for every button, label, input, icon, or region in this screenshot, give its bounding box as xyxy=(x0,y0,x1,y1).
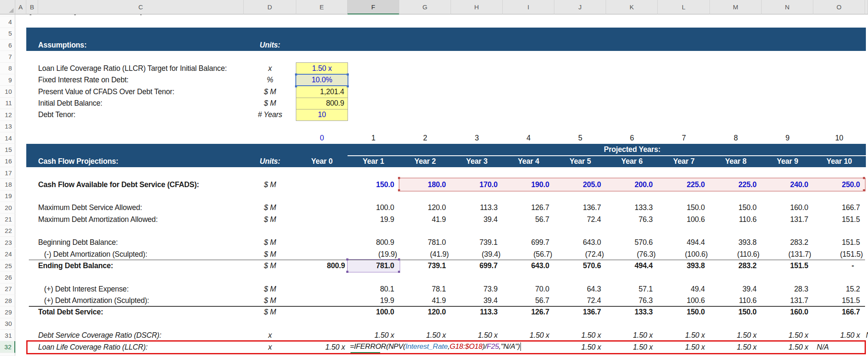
line-unit-row27[interactable]: $ M xyxy=(244,283,296,295)
row-header-12[interactable]: 12 xyxy=(0,109,15,121)
period-number-9[interactable]: 9 xyxy=(762,132,813,144)
row-header-14[interactable]: 14 xyxy=(0,132,15,144)
year-header-5[interactable]: Year 5 xyxy=(554,156,606,167)
line-label-row18[interactable]: Cash Flow Available for Debt Service (CF… xyxy=(38,179,242,190)
value-H29[interactable]: 113.3 xyxy=(451,306,503,318)
assumption-value-row12[interactable]: 10 xyxy=(296,109,348,121)
value-K28[interactable]: 76.3 xyxy=(606,295,658,306)
year-header-6[interactable]: Year 6 xyxy=(606,156,658,167)
row-header-32[interactable]: 32 xyxy=(0,341,15,353)
assumption-value-row11[interactable]: 800.9 xyxy=(296,98,348,109)
row-header-29[interactable]: 29 xyxy=(0,306,15,318)
value-I28[interactable]: 56.7 xyxy=(503,295,554,306)
column-header-J[interactable]: J xyxy=(554,0,606,14)
value-L23[interactable]: 494.4 xyxy=(658,237,710,248)
value-J29[interactable]: 136.7 xyxy=(554,306,606,318)
value-N25[interactable]: 151.5 xyxy=(762,260,813,272)
value-J28[interactable]: 72.4 xyxy=(554,295,606,306)
line-unit-row31[interactable]: x xyxy=(244,330,296,341)
value-O27[interactable]: 15.2 xyxy=(813,283,865,295)
row-header-22[interactable]: 22 xyxy=(0,225,15,237)
value-O23[interactable]: 151.5 xyxy=(813,237,865,248)
value-L31[interactable]: 1.50 x xyxy=(658,330,710,341)
value-N20[interactable]: 160.0 xyxy=(762,202,813,213)
row-header-7[interactable]: 7 xyxy=(0,51,15,62)
value-N21[interactable]: 131.7 xyxy=(762,213,813,225)
line-unit-row25[interactable]: $ M xyxy=(244,260,296,272)
value-K31[interactable]: 1.50 x xyxy=(606,330,658,341)
value-O24[interactable]: (151.5) xyxy=(813,249,865,260)
assumption-label-row10[interactable]: Present Value of CFADS Over Debt Tenor: xyxy=(38,86,242,97)
row-header-11[interactable]: 11 xyxy=(0,98,15,109)
value-K24[interactable]: (76.3) xyxy=(606,249,658,260)
projected-years-label[interactable]: Projected Years: xyxy=(399,144,865,155)
row-header-16[interactable]: 16 xyxy=(0,156,15,167)
column-header-M[interactable]: M xyxy=(710,0,762,14)
row-header-9[interactable]: 9 xyxy=(0,74,15,86)
assumption-unit-row10[interactable]: $ M xyxy=(244,86,296,97)
year-header-9[interactable]: Year 9 xyxy=(762,156,813,167)
column-header-F[interactable]: F xyxy=(348,0,399,14)
row-header-4[interactable]: 4 xyxy=(0,16,15,28)
column-header-B[interactable]: B xyxy=(26,0,38,14)
value-G23[interactable]: 781.0 xyxy=(399,237,451,248)
column-header-L[interactable]: L xyxy=(658,0,710,14)
value-F24[interactable]: (19.9) xyxy=(348,249,399,260)
row-header-27[interactable]: 27 xyxy=(0,283,15,295)
line-unit-row23[interactable]: $ M xyxy=(244,237,296,248)
value-I29[interactable]: 126.7 xyxy=(503,306,554,318)
value-M24[interactable]: (110.6) xyxy=(710,249,762,260)
value-O20[interactable]: 166.7 xyxy=(813,202,865,213)
value-M27[interactable]: 39.4 xyxy=(710,283,762,295)
value-K29[interactable]: 133.3 xyxy=(606,306,658,318)
year-header-3[interactable]: Year 3 xyxy=(451,156,503,167)
column-header-I[interactable]: I xyxy=(503,0,554,14)
line-unit-row21[interactable]: $ M xyxy=(244,213,296,225)
row-header-33-clipped[interactable] xyxy=(0,353,15,356)
value-I27[interactable]: 70.0 xyxy=(503,283,554,295)
line-label-row21[interactable]: Maximum Debt Amortization Allowed: xyxy=(38,213,242,225)
row-header-28[interactable]: 28 xyxy=(0,295,15,306)
value-J23[interactable]: 643.0 xyxy=(554,237,606,248)
row-header-26[interactable]: 26 xyxy=(0,272,15,283)
row-header-30[interactable]: 30 xyxy=(0,318,15,330)
period-number-1[interactable]: 1 xyxy=(348,132,399,144)
assumption-label-row9[interactable]: Fixed Interest Rate on Debt: xyxy=(38,74,242,86)
value-L25[interactable]: 393.8 xyxy=(658,260,710,272)
value-G20[interactable]: 120.0 xyxy=(399,202,451,213)
value-N24[interactable]: (131.7) xyxy=(762,249,813,260)
value-H20[interactable]: 113.3 xyxy=(451,202,503,213)
select-all-corner[interactable] xyxy=(0,0,15,14)
value-I24[interactable]: (56.7) xyxy=(503,249,554,260)
column-header-K[interactable]: K xyxy=(606,0,658,14)
value-N31[interactable]: 1.50 x xyxy=(762,330,813,341)
value-L21[interactable]: 100.6 xyxy=(658,213,710,225)
value-J31[interactable]: 1.50 x xyxy=(554,330,606,341)
year-header-4[interactable]: Year 4 xyxy=(503,156,554,167)
row-header-25[interactable]: 25 xyxy=(0,260,15,272)
value-N29[interactable]: 160.0 xyxy=(762,306,813,318)
assumptions-units-header[interactable]: Units: xyxy=(244,39,296,51)
row-header-20[interactable]: 20 xyxy=(0,202,15,213)
value-K23[interactable]: 570.6 xyxy=(606,237,658,248)
value-F18[interactable]: 150.0 xyxy=(348,179,399,190)
value-E25[interactable]: 800.9 xyxy=(296,260,348,272)
line-unit-row28[interactable]: $ M xyxy=(244,295,296,306)
value-G21[interactable]: 41.9 xyxy=(399,213,451,225)
value-L24[interactable]: (100.6) xyxy=(658,249,710,260)
value-G24[interactable]: (41.9) xyxy=(399,249,451,260)
value-M21[interactable]: 110.6 xyxy=(710,213,762,225)
value-M31[interactable]: 1.50 x xyxy=(710,330,762,341)
row-header-17[interactable]: 17 xyxy=(0,167,15,179)
assumption-unit-row11[interactable]: $ M xyxy=(244,98,296,109)
period-number-0[interactable]: 0 xyxy=(296,132,348,144)
year-header-7[interactable]: Year 7 xyxy=(658,156,710,167)
value-F31[interactable]: 1.50 x xyxy=(348,330,399,341)
line-unit-row18[interactable]: $ M xyxy=(244,179,296,190)
row-header-18[interactable]: 18 xyxy=(0,179,15,190)
value-G27[interactable]: 78.1 xyxy=(399,283,451,295)
value-G25[interactable]: 739.1 xyxy=(399,260,451,272)
line-label-row31[interactable]: Debt Service Coverage Ratio (DSCR): xyxy=(38,330,242,341)
line-unit-row29[interactable]: $ M xyxy=(244,306,296,318)
assumption-label-row11[interactable]: Initial Debt Balance: xyxy=(38,98,242,109)
